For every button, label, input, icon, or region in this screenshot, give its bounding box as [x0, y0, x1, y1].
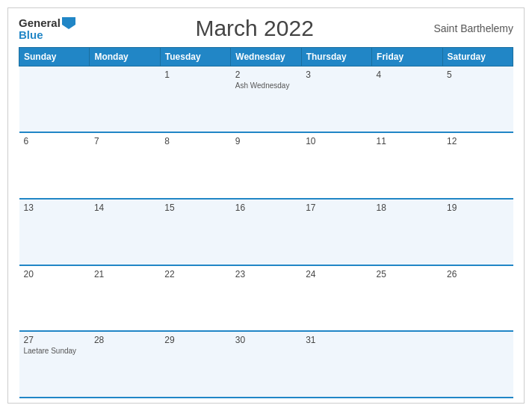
calendar-week-row: 13141516171819 [19, 199, 513, 265]
calendar-cell: 7 [90, 132, 160, 199]
month-title: March 2022 [195, 16, 313, 41]
event-label: Laetare Sunday [24, 347, 85, 355]
day-number: 12 [447, 136, 508, 146]
day-number: 8 [164, 136, 226, 146]
day-number: 22 [164, 269, 226, 279]
day-number: 26 [447, 269, 508, 279]
day-number: 13 [24, 203, 85, 213]
day-number: 17 [306, 203, 367, 213]
calendar-cell [19, 67, 90, 133]
weekday-header-thursday: Thursday [301, 48, 371, 67]
calendar-cell [442, 331, 513, 398]
weekday-header-monday: Monday [90, 48, 160, 67]
weekday-header-wednesday: Wednesday [231, 48, 301, 67]
calendar-week-row: 27Laetare Sunday28293031 [19, 331, 513, 398]
day-number: 27 [24, 335, 85, 345]
svg-marker-0 [62, 17, 75, 29]
logo-blue-text: Blue [19, 29, 43, 40]
calendar-cell: 1 [160, 67, 230, 133]
day-number: 25 [377, 269, 438, 279]
calendar-header-row: SundayMondayTuesdayWednesdayThursdayFrid… [19, 48, 513, 67]
calendar-cell: 20 [19, 265, 90, 332]
calendar-cell: 17 [301, 199, 371, 265]
day-number: 11 [377, 136, 438, 146]
calendar-cell: 16 [231, 199, 301, 265]
calendar-cell: 11 [372, 132, 442, 199]
calendar-cell [372, 331, 442, 398]
day-number: 30 [235, 335, 297, 345]
logo: General Blue [19, 17, 75, 40]
calendar-cell: 10 [301, 132, 371, 199]
day-number: 28 [94, 335, 155, 345]
day-number: 21 [94, 269, 155, 279]
calendar-cell [90, 67, 160, 133]
day-number: 5 [447, 69, 508, 80]
calendar-table: SundayMondayTuesdayWednesdayThursdayFrid… [19, 47, 513, 398]
calendar-header: General Blue March 2022 Saint Barthelemy [19, 16, 513, 41]
day-number: 24 [306, 269, 367, 279]
calendar-week-row: 6789101112 [19, 132, 513, 199]
calendar-cell: 4 [372, 67, 442, 133]
day-number: 9 [235, 136, 297, 146]
calendar-cell: 30 [231, 331, 301, 398]
calendar-body: 12Ash Wednesday3456789101112131415161718… [19, 67, 513, 398]
weekday-header-saturday: Saturday [442, 48, 513, 67]
day-number: 16 [235, 203, 297, 213]
day-number: 3 [306, 69, 367, 80]
calendar-cell: 29 [160, 331, 230, 398]
calendar-cell: 18 [372, 199, 442, 265]
weekday-header-tuesday: Tuesday [160, 48, 230, 67]
weekday-header-sunday: Sunday [19, 48, 90, 67]
calendar-cell: 26 [442, 265, 513, 332]
calendar-cell: 2Ash Wednesday [231, 67, 301, 133]
day-number: 4 [377, 69, 438, 80]
calendar-cell: 12 [442, 132, 513, 199]
logo-general-text: General [19, 17, 61, 28]
day-number: 2 [235, 69, 297, 80]
calendar-cell: 3 [301, 67, 371, 133]
calendar-cell: 6 [19, 132, 90, 199]
calendar-cell: 31 [301, 331, 371, 398]
calendar-week-row: 12Ash Wednesday345 [19, 67, 513, 133]
calendar-cell: 8 [160, 132, 230, 199]
region-label: Saint Barthelemy [433, 22, 513, 34]
calendar-cell: 24 [301, 265, 371, 332]
day-number: 1 [164, 69, 226, 80]
day-number: 29 [164, 335, 226, 345]
calendar-cell: 27Laetare Sunday [19, 331, 90, 398]
day-number: 7 [94, 136, 155, 146]
event-label: Ash Wednesday [235, 81, 297, 90]
calendar-cell: 5 [442, 67, 513, 133]
calendar-container: General Blue March 2022 Saint Barthelemy… [7, 7, 525, 404]
day-number: 6 [24, 136, 85, 146]
day-number: 23 [235, 269, 297, 279]
day-number: 31 [306, 335, 367, 345]
day-number: 10 [306, 136, 367, 146]
calendar-cell: 9 [231, 132, 301, 199]
day-number: 14 [94, 203, 155, 213]
day-number: 15 [164, 203, 226, 213]
weekday-header-friday: Friday [372, 48, 442, 67]
calendar-cell: 13 [19, 199, 90, 265]
calendar-cell: 22 [160, 265, 230, 332]
calendar-cell: 25 [372, 265, 442, 332]
calendar-cell: 19 [442, 199, 513, 265]
calendar-cell: 15 [160, 199, 230, 265]
calendar-cell: 14 [90, 199, 160, 265]
calendar-week-row: 20212223242526 [19, 265, 513, 332]
day-number: 20 [24, 269, 85, 279]
calendar-cell: 23 [231, 265, 301, 332]
calendar-cell: 21 [90, 265, 160, 332]
calendar-cell: 28 [90, 331, 160, 398]
day-number: 19 [447, 203, 508, 213]
day-number: 18 [377, 203, 438, 213]
logo-flag-icon [62, 17, 75, 29]
